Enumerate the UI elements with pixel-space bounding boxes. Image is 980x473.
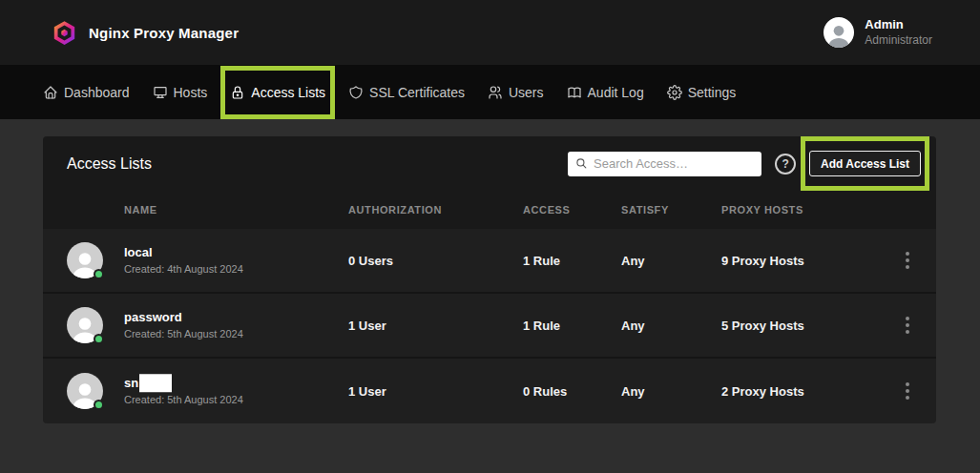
- panel-controls: ? Add Access List: [568, 151, 921, 176]
- gear-icon: [667, 85, 682, 100]
- nav-label: Access Lists: [251, 85, 325, 100]
- avatar: [67, 242, 103, 278]
- shield-icon: [348, 85, 364, 100]
- help-button[interactable]: ?: [775, 154, 796, 175]
- access-list-name: local: [124, 244, 243, 261]
- satisfy-cell: Any: [621, 384, 645, 399]
- authorization-cell: 0 Users: [348, 254, 393, 268]
- satisfy-cell: Any: [621, 319, 645, 333]
- users-icon: [488, 85, 503, 100]
- column-header-access: ACCESS: [523, 204, 570, 216]
- user-menu[interactable]: Admin Administrator: [824, 17, 932, 48]
- column-header-satisfy: SATISFY: [621, 204, 669, 216]
- user-name: Admin: [865, 17, 932, 33]
- nav-item-users[interactable]: Users: [488, 78, 544, 107]
- table-header: NAME AUTHORIZATION ACCESS SATISFY PROXY …: [43, 191, 936, 229]
- search-input[interactable]: [594, 156, 754, 171]
- created-date: Created: 4th August 2024: [124, 261, 243, 278]
- name-cell: password Created: 5th August 2024: [124, 309, 243, 341]
- help-label: ?: [782, 157, 788, 171]
- avatar: [67, 373, 103, 409]
- created-date: Created: 5th August 2024: [124, 392, 243, 408]
- nav-label: Dashboard: [64, 85, 130, 100]
- status-dot: [94, 269, 104, 279]
- home-icon: [43, 85, 58, 100]
- add-access-list-button[interactable]: Add Access List: [809, 151, 921, 176]
- user-text: Admin Administrator: [865, 17, 932, 48]
- column-header-proxy-hosts: PROXY HOSTS: [721, 204, 803, 216]
- nav-label: Settings: [688, 85, 737, 100]
- column-header-name: NAME: [124, 204, 157, 216]
- row-menu-button[interactable]: [900, 377, 915, 405]
- row-menu-button[interactable]: [900, 246, 915, 275]
- table-row: sn Created: 5th August 2024 1 User 0 Rul…: [43, 359, 936, 423]
- access-list-name: sn: [124, 374, 243, 392]
- status-dot: [94, 334, 104, 344]
- app-logo-icon: [52, 20, 77, 46]
- access-cell: 0 Rules: [523, 384, 567, 399]
- table-row: password Created: 5th August 2024 1 User…: [43, 294, 936, 359]
- panel-header: Access Lists ? Add Access List: [43, 136, 936, 191]
- authorization-cell: 1 User: [348, 319, 386, 333]
- nav-label: SSL Certificates: [369, 85, 465, 100]
- search-box: [568, 152, 761, 176]
- name-cell: sn Created: 5th August 2024: [124, 374, 243, 408]
- brand: Nginx Proxy Manager: [52, 20, 239, 46]
- nav-item-dashboard[interactable]: Dashboard: [43, 78, 130, 107]
- status-dot: [94, 400, 104, 410]
- access-cell: 1 Rule: [523, 319, 560, 333]
- app-title: Nginx Proxy Manager: [89, 25, 239, 41]
- user-role: Administrator: [865, 33, 932, 49]
- column-header-authorization: AUTHORIZATION: [348, 204, 442, 216]
- nav-label: Audit Log: [588, 85, 644, 100]
- panel-title: Access Lists: [67, 155, 152, 173]
- access-list-name: password: [124, 309, 243, 326]
- nav-label: Users: [509, 85, 544, 100]
- main-nav: Dashboard Hosts Access Lists SSL Certifi…: [0, 65, 980, 119]
- search-icon: [575, 157, 588, 170]
- nav-item-settings[interactable]: Settings: [667, 78, 737, 107]
- proxy-hosts-cell: 5 Proxy Hosts: [721, 319, 804, 333]
- access-lists-panel: Access Lists ? Add Access List NAME AUTH…: [43, 136, 936, 423]
- person-icon: [824, 20, 854, 48]
- proxy-hosts-cell: 2 Proxy Hosts: [721, 384, 804, 399]
- row-menu-button[interactable]: [900, 311, 915, 339]
- redaction-box: [139, 374, 172, 392]
- book-icon: [567, 85, 582, 100]
- nav-item-audit-log[interactable]: Audit Log: [567, 78, 644, 107]
- satisfy-cell: Any: [621, 254, 645, 268]
- user-avatar: [824, 17, 854, 48]
- table-row: local Created: 4th August 2024 0 Users 1…: [43, 229, 936, 294]
- nav-item-access-lists[interactable]: Access Lists: [230, 78, 325, 107]
- nav-label: Hosts: [174, 85, 208, 100]
- app-root: Nginx Proxy Manager Admin Administrator …: [0, 0, 980, 473]
- avatar: [67, 307, 103, 343]
- authorization-cell: 1 User: [348, 384, 386, 399]
- monitor-icon: [153, 85, 168, 100]
- nav-item-ssl-certificates[interactable]: SSL Certificates: [348, 78, 465, 107]
- name-cell: local Created: 4th August 2024: [124, 244, 243, 277]
- access-cell: 1 Rule: [523, 254, 560, 268]
- proxy-hosts-cell: 9 Proxy Hosts: [721, 254, 804, 268]
- app-header: Nginx Proxy Manager Admin Administrator: [0, 0, 980, 65]
- created-date: Created: 5th August 2024: [124, 326, 243, 342]
- nav-item-hosts[interactable]: Hosts: [153, 78, 208, 107]
- lock-icon: [230, 85, 245, 100]
